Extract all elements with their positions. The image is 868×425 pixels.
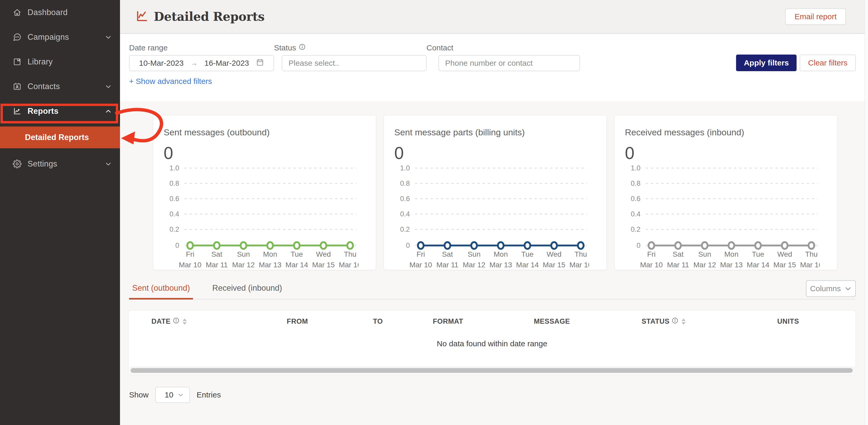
contact-label: Contact — [427, 42, 580, 53]
sidebar-item-label: Reports — [28, 107, 58, 116]
chart-total-value: 0 — [164, 143, 366, 163]
sidebar-item-contacts[interactable]: Contacts — [0, 74, 120, 99]
svg-text:Sun: Sun — [698, 250, 711, 258]
info-icon[interactable] — [672, 317, 678, 326]
column-header-status: STATUS — [607, 317, 721, 326]
svg-text:Mar 14: Mar 14 — [747, 261, 769, 268]
svg-text:0.2: 0.2 — [169, 225, 179, 233]
svg-text:Sat: Sat — [211, 250, 222, 258]
sidebar-item-campaigns[interactable]: Campaigns — [0, 25, 120, 49]
sidebar-item-detailed-reports[interactable]: Detailed Reports — [0, 126, 120, 148]
column-header-units: UNITS — [721, 317, 856, 326]
svg-text:0.6: 0.6 — [400, 195, 410, 203]
svg-text:Mar 12: Mar 12 — [463, 261, 486, 268]
home-icon — [12, 8, 22, 17]
svg-text:Wed: Wed — [547, 250, 561, 258]
sidebar-item-dashboard[interactable]: Dashboard — [0, 0, 120, 25]
info-icon[interactable] — [173, 317, 180, 326]
column-header-date: DATE — [129, 317, 238, 326]
chevron-down-icon — [177, 392, 184, 398]
charts-row: Sent messages (outbound) 0 1.00.80.60.40… — [153, 115, 837, 270]
columns-button-label: Columns — [810, 284, 841, 293]
column-header-format: FORMAT — [399, 317, 497, 326]
sidebar-item-label: Dashboard — [28, 8, 67, 17]
apply-filters-button[interactable]: Apply filters — [736, 55, 797, 71]
svg-text:Mar 12: Mar 12 — [693, 261, 716, 268]
chart-total-value: 0 — [625, 143, 827, 163]
library-icon — [12, 57, 22, 66]
sidebar-item-label: Settings — [28, 159, 57, 169]
contact-input[interactable] — [439, 56, 580, 71]
date-arrow-icon: → — [190, 59, 198, 67]
sidebar: Dashboard Campaigns Library Contacts — [0, 0, 120, 425]
contacts-icon — [12, 82, 22, 91]
pagination: Show 10 Entries — [129, 387, 856, 403]
chevron-down-icon — [104, 33, 112, 41]
columns-button[interactable]: Columns — [806, 280, 856, 297]
svg-text:1.0: 1.0 — [630, 164, 641, 172]
page-scrollbar[interactable] — [865, 0, 868, 425]
date-end-value: 16-Mar-2023 — [205, 59, 249, 67]
chart-card-received-inbound: Received messages (inbound) 0 1.00.80.60… — [614, 115, 837, 270]
svg-text:0.4: 0.4 — [169, 210, 179, 218]
scrollbar-thumb[interactable] — [131, 368, 853, 373]
line-chart: 1.00.80.60.40.20FriMar 10SatMar 11SunMar… — [164, 164, 366, 268]
svg-text:Mar 10: Mar 10 — [640, 261, 662, 268]
svg-text:Tue: Tue — [521, 250, 533, 258]
svg-text:Fri: Fri — [647, 250, 656, 258]
horizontal-scrollbar — [129, 367, 855, 374]
svg-text:0: 0 — [175, 242, 179, 249]
svg-text:0.6: 0.6 — [630, 195, 641, 203]
svg-text:Sat: Sat — [442, 250, 453, 258]
sort-control[interactable] — [183, 318, 187, 325]
svg-text:Mar 14: Mar 14 — [285, 261, 308, 268]
sidebar-item-reports[interactable]: Reports — [0, 99, 120, 123]
svg-text:Mar 10: Mar 10 — [179, 261, 201, 268]
svg-text:Mon: Mon — [494, 250, 508, 258]
tab-received-inbound[interactable]: Received (inbound) — [209, 283, 285, 300]
svg-text:Mar 14: Mar 14 — [516, 261, 539, 268]
chevron-down-icon — [104, 83, 112, 90]
sidebar-item-settings[interactable]: Settings — [0, 151, 120, 176]
svg-text:Mon: Mon — [724, 250, 738, 258]
app-root: Dashboard Campaigns Library Contacts — [0, 0, 868, 425]
svg-text:Tue: Tue — [291, 250, 303, 258]
show-advanced-filters-link[interactable]: + Show advanced filters — [129, 77, 212, 86]
chevron-up-icon — [104, 107, 112, 115]
title-wrap: Detailed Reports — [135, 10, 265, 24]
page-size-select[interactable]: 10 — [155, 387, 190, 403]
svg-text:0.8: 0.8 — [169, 180, 179, 187]
tab-sent-outbound[interactable]: Sent (outbound) — [129, 283, 193, 300]
sidebar-item-label: Detailed Reports — [25, 133, 89, 142]
svg-text:Wed: Wed — [316, 250, 331, 258]
svg-text:Thu: Thu — [805, 250, 817, 258]
sidebar-item-library[interactable]: Library — [0, 49, 120, 74]
chart-title: Received messages (inbound) — [625, 127, 827, 138]
clear-filters-button[interactable]: Clear filters — [800, 55, 856, 71]
status-select[interactable] — [282, 55, 427, 71]
entries-label: Entries — [196, 390, 221, 399]
chat-icon — [12, 32, 22, 42]
date-range-label: Date range — [129, 42, 274, 53]
svg-text:Mar 11: Mar 11 — [436, 261, 458, 268]
reports-icon — [12, 107, 22, 116]
chevron-down-icon — [104, 160, 112, 168]
chart-card-sent-outbound: Sent messages (outbound) 0 1.00.80.60.40… — [153, 115, 376, 270]
svg-text:Sun: Sun — [467, 250, 480, 258]
email-report-button[interactable]: Email report — [785, 8, 846, 25]
status-input[interactable] — [282, 56, 426, 71]
svg-text:Mar 13: Mar 13 — [489, 261, 512, 268]
svg-text:1.0: 1.0 — [400, 164, 410, 172]
svg-text:Mar 15: Mar 15 — [773, 261, 796, 268]
date-range-input[interactable]: 10-Mar-2023 → 16-Mar-2023 — [129, 55, 274, 71]
svg-text:Mar 12: Mar 12 — [232, 261, 255, 268]
sort-control[interactable] — [682, 318, 686, 325]
svg-text:0.4: 0.4 — [630, 210, 641, 218]
svg-text:0.6: 0.6 — [169, 195, 179, 203]
column-header-message: MESSAGE — [497, 317, 607, 326]
info-icon[interactable] — [299, 43, 306, 52]
filter-section: Date range 10-Mar-2023 → 16-Mar-2023 Sta… — [120, 34, 868, 101]
chart-total-value: 0 — [394, 143, 596, 163]
filter-actions: Apply filters Clear filters — [736, 55, 856, 71]
svg-text:0.8: 0.8 — [400, 180, 410, 187]
